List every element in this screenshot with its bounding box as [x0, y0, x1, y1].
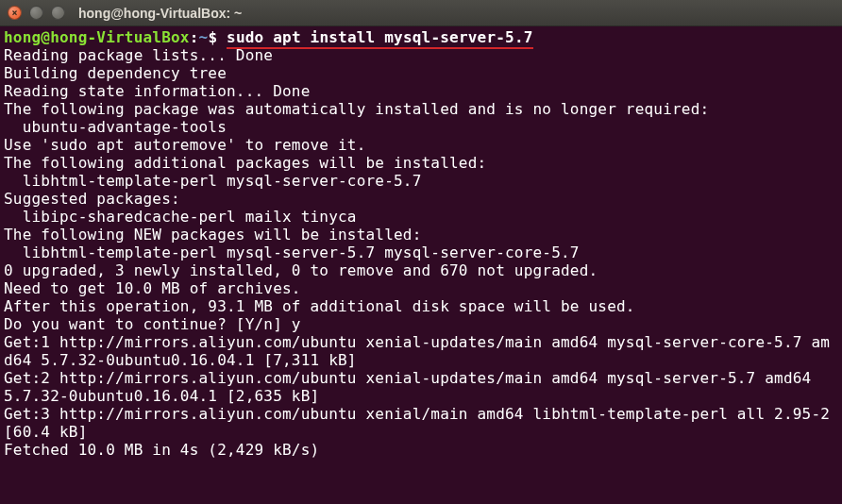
close-button[interactable]: ×: [8, 6, 22, 20]
output-line: Fetched 10.0 MB in 4s (2,429 kB/s): [4, 441, 319, 459]
prompt-dollar: $: [208, 28, 217, 46]
prompt-colon: :: [190, 28, 199, 46]
output-line: Get:2 http://mirrors.aliyun.com/ubuntu x…: [4, 369, 820, 405]
output-line: libipc-sharedcache-perl mailx tinyca: [4, 208, 357, 226]
terminal-output[interactable]: hong@hong-VirtualBox:~$ sudo apt install…: [0, 26, 842, 461]
output-line: libhtml-template-perl mysql-server-5.7 m…: [4, 244, 580, 261]
output-line: Suggested packages:: [4, 190, 180, 208]
output-line: Reading state information... Done: [4, 82, 310, 100]
output-line: Use 'sudo apt autoremove' to remove it.: [4, 136, 365, 154]
output-line: Get:3 http://mirrors.aliyun.com/ubuntu x…: [4, 405, 839, 441]
output-line: ubuntu-advantage-tools: [4, 118, 227, 136]
output-line: libhtml-template-perl mysql-server-core-…: [4, 172, 421, 190]
output-line: Building dependency tree: [4, 64, 227, 82]
maximize-button[interactable]: [51, 6, 65, 20]
output-line: Do you want to continue? [Y/n] y: [4, 315, 301, 333]
output-line: The following NEW packages will be insta…: [4, 226, 421, 244]
output-line: 0 upgraded, 3 newly installed, 0 to remo…: [4, 261, 598, 279]
output-line: Get:1 http://mirrors.aliyun.com/ubuntu x…: [4, 333, 830, 369]
output-line: The following package was automatically …: [4, 100, 709, 118]
output-line: Need to get 10.0 MB of archives.: [4, 279, 301, 297]
output-line: After this operation, 93.1 MB of additio…: [4, 297, 635, 315]
window-controls: ×: [8, 6, 65, 20]
prompt-path: ~: [199, 28, 209, 46]
prompt-at: @: [41, 28, 50, 46]
minimize-button[interactable]: [29, 6, 43, 20]
prompt-host: hong-VirtualBox: [50, 28, 190, 46]
window-titlebar: × hong@hong-VirtualBox: ~: [0, 0, 842, 26]
window-title: hong@hong-VirtualBox: ~: [78, 6, 242, 21]
prompt-user: hong: [4, 28, 41, 46]
output-line: The following additional packages will b…: [4, 154, 486, 172]
output-line: Reading package lists... Done: [4, 46, 273, 64]
